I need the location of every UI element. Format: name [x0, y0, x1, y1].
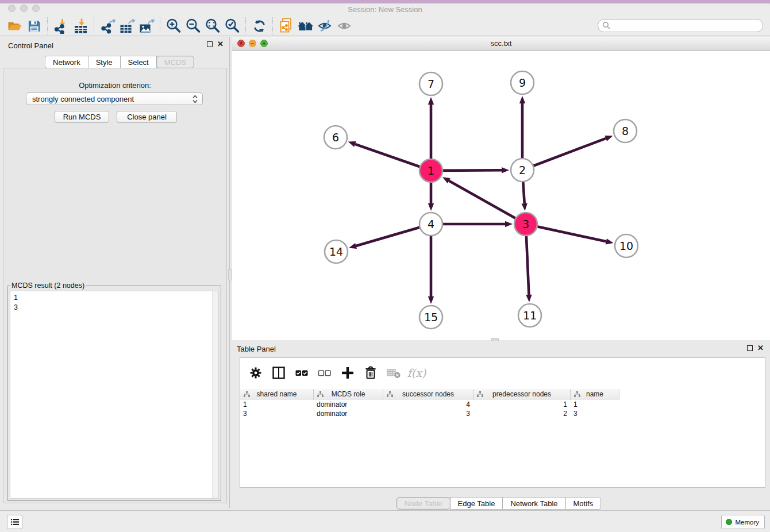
network-view-window: × − + scc.txt 7968124314101511 — [232, 37, 770, 340]
network-window-titlebar[interactable]: × − + scc.txt — [232, 37, 770, 51]
tab-motifs[interactable]: Motifs — [565, 497, 602, 510]
graph-node-10[interactable]: 10 — [615, 234, 638, 257]
tab-network-table[interactable]: Network Table — [502, 497, 565, 510]
memory-status-icon — [726, 519, 732, 525]
edge-3-10[interactable] — [526, 224, 606, 241]
status-bar: Memory — [0, 510, 770, 532]
open-network-view-icon[interactable] — [276, 17, 296, 34]
svg-text:6: 6 — [332, 131, 339, 144]
graph-node-7[interactable]: 7 — [419, 72, 442, 95]
tab-select[interactable]: Select — [120, 56, 157, 68]
network-window-title: scc.txt — [232, 39, 770, 48]
arrowhead-1-6 — [348, 141, 356, 147]
export-image-icon[interactable] — [137, 17, 156, 34]
export-table-icon[interactable] — [117, 17, 137, 34]
close-panel-button[interactable]: Close panel — [117, 111, 177, 123]
graph-node-2[interactable]: 2 — [511, 159, 534, 182]
cell: dominator — [314, 409, 383, 418]
cell: 1 — [240, 400, 314, 409]
control-panel-title: Control Panel — [8, 41, 53, 50]
export-network-icon[interactable] — [98, 17, 117, 34]
memory-button[interactable]: Memory — [721, 515, 765, 529]
graph-node-3[interactable]: 3 — [514, 213, 537, 236]
cell: 3 — [571, 409, 619, 418]
graph-node-1[interactable]: 1 — [419, 159, 442, 182]
column-header-successor-nodes[interactable]: successor nodes — [383, 389, 473, 400]
zoom-in-icon[interactable] — [164, 17, 183, 34]
vertical-splitter-grip[interactable] — [228, 269, 232, 280]
deselect-all-rows-icon[interactable] — [317, 365, 332, 380]
table-settings-gear-icon[interactable] — [248, 365, 263, 380]
dropdown-stepper-icon — [191, 94, 199, 104]
table-row[interactable]: 1dominator411 — [240, 400, 765, 409]
close-table-panel-icon[interactable]: ✕ — [757, 345, 764, 351]
graph-node-4[interactable]: 4 — [419, 213, 442, 236]
cell: 4 — [383, 400, 473, 409]
import-network-icon[interactable] — [51, 17, 71, 34]
zoom-selected-icon[interactable] — [222, 17, 242, 34]
graph-node-15[interactable]: 15 — [419, 306, 442, 329]
tab-mcds[interactable]: MCDS — [156, 56, 194, 68]
cell: 3 — [240, 409, 314, 418]
column-header-shared-name[interactable]: shared name — [240, 389, 314, 400]
edge-2-8[interactable] — [522, 138, 606, 170]
tab-style[interactable]: Style — [88, 56, 121, 68]
arrowhead-3-11 — [526, 295, 532, 302]
close-panel-icon[interactable]: ✕ — [217, 41, 224, 47]
svg-text:7: 7 — [428, 78, 434, 90]
optimization-criterion-dropdown[interactable]: strongly connected component — [26, 92, 203, 105]
home-icon[interactable] — [296, 17, 315, 34]
graph-node-14[interactable]: 14 — [325, 240, 348, 263]
save-session-icon[interactable] — [24, 17, 44, 34]
graph-node-8[interactable]: 8 — [614, 119, 637, 142]
app-titlebar: Session: New Session — [0, 3, 770, 16]
table-panel: Table Panel ✕ — [232, 341, 770, 510]
edge-3-1[interactable] — [449, 181, 526, 224]
zoom-fit-icon[interactable] — [203, 17, 222, 34]
toolbar-separator — [94, 17, 94, 34]
list-icon — [10, 518, 20, 526]
graph-node-11[interactable]: 11 — [518, 304, 541, 327]
tab-network[interactable]: Network — [45, 56, 88, 68]
graph-node-6[interactable]: 6 — [324, 126, 347, 149]
svg-text:14: 14 — [329, 245, 343, 258]
table-header-row[interactable]: shared nameMCDS rolesuccessor nodesprede… — [240, 389, 619, 400]
function-builder-icon-disabled: f(x) — [409, 365, 424, 380]
tab-edge-table[interactable]: Edge Table — [450, 497, 503, 510]
cell: 1 — [473, 400, 571, 409]
result-scrollbar[interactable] — [212, 291, 218, 498]
hide-graphics-details-icon[interactable] — [315, 17, 335, 34]
column-header-predecessor-nodes[interactable]: predecessor nodes — [473, 389, 571, 400]
svg-text:15: 15 — [424, 311, 438, 323]
svg-text:3: 3 — [522, 218, 529, 230]
import-table-icon[interactable] — [71, 17, 90, 34]
refresh-icon[interactable] — [249, 17, 269, 34]
arrowhead-2-8 — [605, 136, 613, 141]
show-column-panel-icon[interactable] — [271, 365, 286, 380]
zoom-out-icon[interactable] — [183, 17, 203, 34]
graph-node-9[interactable]: 9 — [511, 71, 534, 94]
arrowhead-1-7 — [428, 97, 434, 105]
search-icon — [602, 21, 611, 30]
network-canvas[interactable]: 7968124314101511 — [232, 51, 770, 340]
create-column-plus-icon[interactable] — [340, 365, 355, 380]
task-history-button[interactable] — [7, 515, 22, 529]
tab-node-table[interactable]: Node Table — [396, 497, 451, 510]
table-row[interactable]: 3dominator323 — [240, 409, 765, 418]
float-panel-icon[interactable] — [207, 41, 213, 47]
float-table-panel-icon[interactable] — [747, 345, 753, 351]
run-mcds-button[interactable]: Run MCDS — [55, 111, 109, 123]
show-graphics-details-icon[interactable] — [335, 17, 355, 34]
search-input[interactable] — [598, 19, 763, 32]
network-graph[interactable]: 7968124314101511 — [232, 51, 770, 340]
cell: 1 — [571, 400, 619, 409]
select-all-rows-icon[interactable] — [294, 365, 309, 380]
open-folder-icon[interactable] — [5, 17, 24, 34]
svg-text:8: 8 — [622, 125, 629, 137]
delete-column-trash-icon[interactable] — [363, 365, 378, 380]
column-header-name[interactable]: name — [571, 389, 619, 400]
mcds-result-fieldset: MCDS result (2 nodes) 13 — [7, 282, 221, 501]
arrowhead-2-3 — [522, 203, 528, 211]
column-header-MCDS-role[interactable]: MCDS role — [314, 389, 383, 400]
mcds-result-textarea[interactable]: 13 — [10, 291, 219, 499]
